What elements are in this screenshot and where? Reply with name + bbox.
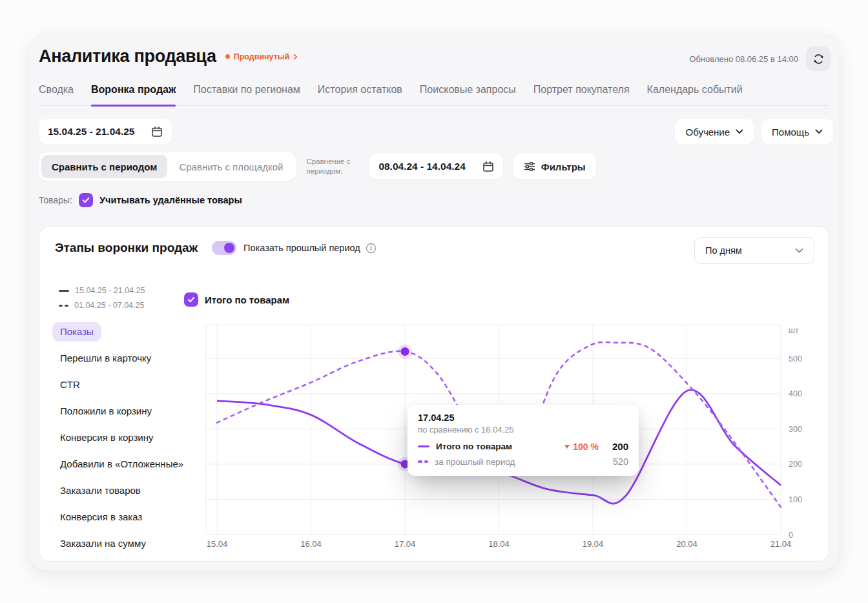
svg-text:18.04: 18.04 [488,539,510,549]
toolbar-row: 15.04.25 - 21.04.25 Обучение Помощь [39,119,833,145]
tab-kalendar-sobytiy[interactable]: Календарь событий [647,84,743,105]
metric-pereshli-v-kartochku[interactable]: Перешли в карточку [52,345,159,371]
deleted-products-label: Учитывать удалённые товары [99,195,242,205]
products-label: Товары: [39,195,72,205]
refresh-icon [812,53,825,65]
tooltip-series-name: Итого по товарам [436,442,512,451]
plan-badge-label: Продвинутый [234,52,290,61]
deleted-products-checkbox[interactable] [79,193,93,207]
svg-text:0: 0 [789,531,793,540]
chart-legend: 15.04.25 - 21.04.25 01.04.25 - 07.04.25 [59,286,145,310]
main-card: Аналитика продавца Продвинутый Обновлено… [28,34,840,571]
tooltip-current-value: 200 [606,441,628,452]
svg-text:19.04: 19.04 [583,539,604,549]
granularity-select[interactable]: По дням [694,237,814,264]
metric-konversiya-v-korzinu[interactable]: Конверсия в корзину [52,424,161,451]
svg-text:17.04: 17.04 [395,539,416,549]
refresh-button[interactable] [806,46,831,71]
solid-line-swatch [59,290,69,292]
tab-istoriya-ostatkov[interactable]: История остатков [318,84,402,105]
previous-period-toggle[interactable] [212,241,236,255]
calendar-icon [151,126,163,138]
period-datepicker[interactable]: 15.04.25 - 21.04.25 [39,119,172,145]
tooltip-row-current: Итого по товарам 100 % 200 [418,441,628,452]
tab-svodka[interactable]: Сводка [39,84,74,105]
svg-text:100: 100 [789,495,802,504]
tab-voronka-prodazh[interactable]: Воронка продаж [91,84,176,105]
funnel-card: Этапы воронки продаж Показать прошлый пе… [39,226,829,562]
calendar-icon [482,161,494,172]
check-icon [187,295,196,304]
dashed-line-swatch [59,305,68,307]
tab-portret-pokupatelya[interactable]: Портрет покупателя [533,84,630,105]
compare-row: Сравнить с периодом Сравнить с площадкой… [39,152,596,181]
metric-polozhili-v-korzinu[interactable]: Положили в корзину [52,398,160,424]
header: Аналитика продавца Продвинутый [39,46,298,66]
filters-button[interactable]: Фильтры [513,154,596,179]
x-axis-labels: 15.0416.0417.0418.0419.0420.0421.04 [207,539,792,549]
training-label: Обучение [685,127,730,138]
toolbar-right: Обучение Помощь [675,119,833,145]
granularity-value: По дням [705,245,742,256]
svg-text:20.04: 20.04 [676,539,698,549]
svg-text:шт: шт [789,326,799,335]
tooltip-compare-label: по сравнению с 16.04.25 [418,425,628,434]
legend-previous-period: 01.04.25 - 07.04.25 [59,301,145,310]
help-label: Помощь [772,127,809,138]
chevron-down-icon [795,248,803,254]
tab-poiskovye-zaprosy[interactable]: Поисковые запросы [420,84,516,105]
svg-text:300: 300 [789,425,802,434]
funnel-header: Этапы воронки продаж Показать прошлый пе… [55,241,377,255]
chart-tooltip: 17.04.25 по сравнению с 16.04.25 Итого п… [408,405,639,476]
info-icon[interactable] [366,243,377,254]
tab-postavki[interactable]: Поставки по регионам [193,84,300,105]
legend-current-label: 15.04.25 - 21.04.25 [75,286,145,295]
updated-text: Обновлено 08.06.25 в 14:00 [689,54,798,64]
filters-label: Фильтры [541,161,586,172]
tooltip-date: 17.04.25 [418,413,628,423]
funnel-metrics-list: Показы Перешли в карточку CTR Положили в… [52,318,191,557]
legend-previous-label: 01.04.25 - 07.04.25 [74,301,144,310]
chevron-right-icon [293,54,298,60]
svg-text:200: 200 [789,460,802,469]
page-title: Аналитика продавца [39,46,216,66]
compare-caption: Сравнение с периодом: [306,157,359,176]
metric-zakazali-tovarov[interactable]: Заказали товаров [52,477,149,504]
funnel-title: Этапы воронки продаж [55,241,198,255]
total-by-products: Итого по товарам [184,292,289,307]
sliders-icon [524,162,535,171]
tooltip-delta: 100 % [564,442,599,452]
segment-compare-marketplace[interactable]: Сравнить с площадкой [169,155,293,178]
updated-row: Обновлено 08.06.25 в 14:00 [689,46,831,71]
period-value: 15.04.25 - 21.04.25 [48,126,134,138]
dashed-line-swatch [418,460,428,463]
plan-badge[interactable]: Продвинутый [225,52,298,61]
total-by-products-checkbox[interactable] [184,292,198,307]
metric-pokazy[interactable]: Показы [52,322,101,342]
svg-text:15.04: 15.04 [207,539,228,549]
solid-line-swatch [418,445,429,448]
metric-zakazali-na-summu[interactable]: Заказали на сумму [52,530,154,557]
compare-segmented-control: Сравнить с периодом Сравнить с площадкой [39,152,296,181]
tooltip-delta-value: 100 % [573,442,599,452]
chevron-down-icon [815,129,823,134]
tooltip-row-previous: за прошлый период 520 [418,456,628,467]
compare-period-datepicker[interactable]: 08.04.24 - 14.04.24 [369,154,502,179]
help-button[interactable]: Помощь [761,119,833,145]
svg-text:400: 400 [789,389,802,398]
chevron-down-icon [736,129,743,134]
products-row: Товары: Учитывать удалённые товары [39,192,242,208]
check-icon [81,196,90,205]
legend-current-period: 15.04.25 - 21.04.25 [59,286,145,295]
plan-dot-icon [225,54,230,59]
metric-dobavili-v-otlozhennye[interactable]: Добавили в «Отложенные» [52,451,191,477]
metric-ctr[interactable]: CTR [52,371,88,398]
tab-bar: Сводка Воронка продаж Поставки по регион… [39,84,829,106]
total-by-products-label: Итого по товарам [205,294,289,305]
metric-konversiya-v-zakaz[interactable]: Конверсия в заказ [52,504,150,530]
segment-compare-period[interactable]: Сравнить с периодом [41,155,167,178]
y-axis-labels: шт0100200300400500 [789,326,802,540]
training-button[interactable]: Обучение [675,119,754,145]
svg-text:21.04: 21.04 [770,539,792,549]
svg-text:500: 500 [789,354,802,363]
